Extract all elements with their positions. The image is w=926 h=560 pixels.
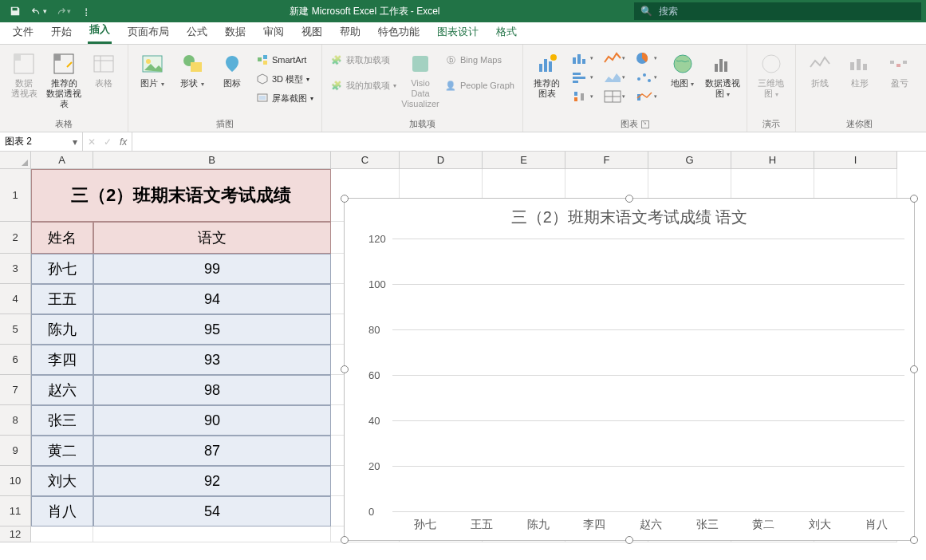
cell[interactable]: 94	[93, 284, 331, 314]
tab-review[interactable]: 审阅	[262, 22, 286, 44]
row-header[interactable]: 3	[0, 254, 31, 284]
tab-view[interactable]: 视图	[300, 22, 324, 44]
charts-dialog-launcher[interactable]	[641, 120, 649, 128]
row-header[interactable]: 4	[0, 284, 31, 314]
chart-type-button[interactable]: ▾	[601, 69, 628, 86]
tab-insert[interactable]: 插入	[88, 19, 112, 44]
tab-data[interactable]: 数据	[223, 22, 247, 44]
resize-handle[interactable]	[910, 365, 918, 373]
tab-chart-design[interactable]: 图表设计	[435, 22, 480, 44]
cell[interactable]: 陈九	[31, 314, 93, 345]
row-header[interactable]: 2	[0, 222, 31, 254]
screenshot-button[interactable]: 屏幕截图 ▾	[254, 89, 315, 107]
chart-title[interactable]: 三（2）班期末语文考试成绩 语文	[345, 199, 914, 233]
cell[interactable]: 刘大	[31, 466, 93, 496]
cell[interactable]: 黄二	[31, 436, 93, 466]
enter-formula-icon[interactable]: ✓	[104, 136, 112, 148]
cell[interactable]: 93	[93, 345, 331, 375]
save-icon[interactable]	[6, 2, 24, 20]
tab-format[interactable]: 格式	[495, 22, 518, 44]
row-header[interactable]: 9	[0, 436, 31, 466]
chart-plot-area[interactable]: 020406080100120	[368, 239, 904, 511]
chart-type-button[interactable]: ▾	[569, 88, 597, 105]
row-header[interactable]: 11	[0, 496, 31, 526]
pivot-chart-button[interactable]: 数据透视图 ▾	[705, 48, 740, 99]
chart-type-button[interactable]: ▾	[633, 49, 660, 67]
shapes-button[interactable]: 形状 ▾	[175, 48, 210, 89]
cell[interactable]: 98	[93, 375, 331, 405]
namebox-dropdown-icon[interactable]: ▾	[73, 136, 77, 148]
tab-formulas[interactable]: 公式	[185, 22, 209, 44]
row-header[interactable]: 10	[0, 466, 31, 496]
cell[interactable]: 92	[93, 466, 331, 496]
column-header[interactable]: B	[93, 152, 331, 169]
resize-handle[interactable]	[341, 536, 349, 544]
undo-button[interactable]: ▾	[30, 2, 48, 20]
redo-button[interactable]: ▾	[54, 2, 72, 20]
chart-type-button[interactable]: ▾	[601, 49, 628, 67]
cell[interactable]: 姓名	[31, 222, 93, 254]
tab-page-layout[interactable]: 页面布局	[126, 22, 171, 44]
row-header[interactable]: 8	[0, 405, 31, 436]
resize-handle[interactable]	[341, 195, 349, 203]
row-header[interactable]: 5	[0, 314, 31, 345]
tab-home[interactable]: 开始	[49, 22, 73, 44]
cell[interactable]: 87	[93, 436, 331, 466]
cancel-formula-icon[interactable]: ✕	[88, 136, 96, 148]
chart-type-button[interactable]: ▾	[633, 69, 660, 86]
chart-object[interactable]: 三（2）班期末语文考试成绩 语文 020406080100120 孙七王五陈九李…	[344, 198, 915, 541]
fx-icon[interactable]: fx	[120, 136, 127, 148]
cell[interactable]: 95	[93, 314, 331, 345]
maps-button[interactable]: 地图 ▾	[665, 48, 700, 89]
chart-type-button[interactable]: ▾	[601, 88, 628, 105]
chart-type-button[interactable]: ▾	[633, 88, 660, 105]
row-header[interactable]: 12	[0, 526, 31, 542]
column-header[interactable]: H	[731, 152, 814, 169]
column-header[interactable]: F	[565, 152, 648, 169]
resize-handle[interactable]	[625, 536, 633, 544]
recommended-pivot-button[interactable]: 推荐的 数据透视表	[46, 48, 81, 110]
worksheet-grid[interactable]: ABCDEFGHI 123456789101112 三（2）班期末语文考试成绩姓…	[0, 152, 926, 560]
cell[interactable]: 语文	[93, 222, 331, 254]
column-header[interactable]: I	[814, 152, 897, 169]
cell[interactable]: 赵六	[31, 375, 93, 405]
column-header[interactable]: G	[648, 152, 731, 169]
select-all-corner[interactable]	[0, 152, 31, 169]
row-header[interactable]: 6	[0, 345, 31, 375]
icons-button[interactable]: 图标	[215, 48, 250, 89]
tab-file[interactable]: 文件	[11, 22, 35, 44]
chart-type-button[interactable]: ▾	[569, 49, 597, 67]
cell[interactable]: 90	[93, 405, 331, 436]
cell[interactable]: 张三	[31, 405, 93, 436]
qat-customize-icon[interactable]: ⡇	[78, 2, 96, 20]
recommended-charts-button[interactable]: 推荐的 图表	[530, 48, 565, 99]
column-header[interactable]: E	[483, 152, 565, 169]
cell[interactable]: 三（2）班期末语文考试成绩	[31, 169, 331, 222]
chart-type-button[interactable]: ▾	[569, 69, 597, 86]
column-header[interactable]: D	[400, 152, 483, 169]
cell[interactable]: 王五	[31, 284, 93, 314]
search-box[interactable]: 🔍 搜索	[634, 2, 921, 20]
smartart-button[interactable]: SmartArt	[254, 51, 315, 69]
cell[interactable]: 肖八	[31, 496, 93, 526]
tab-help[interactable]: 帮助	[338, 22, 362, 44]
resize-handle[interactable]	[910, 195, 918, 203]
row-header[interactable]: 7	[0, 375, 31, 405]
cell[interactable]: 孙七	[31, 254, 93, 284]
resize-handle[interactable]	[341, 365, 349, 373]
formula-bar[interactable]	[132, 132, 926, 151]
row-header[interactable]: 1	[0, 169, 31, 222]
cell[interactable]: 54	[93, 496, 331, 526]
3d-models-button[interactable]: 3D 模型 ▾	[254, 70, 315, 88]
cell[interactable]: 李四	[31, 345, 93, 375]
resize-handle[interactable]	[625, 195, 633, 203]
tab-special[interactable]: 特色功能	[376, 22, 421, 44]
name-box[interactable]: 图表 2▾	[0, 132, 83, 151]
column-header[interactable]: A	[31, 152, 93, 169]
resize-handle[interactable]	[910, 536, 918, 544]
column-header[interactable]: C	[331, 152, 400, 169]
cell[interactable]	[31, 526, 93, 542]
cell[interactable]	[93, 526, 331, 542]
pictures-button[interactable]: 图片 ▾	[135, 48, 170, 89]
cell[interactable]: 99	[93, 254, 331, 284]
